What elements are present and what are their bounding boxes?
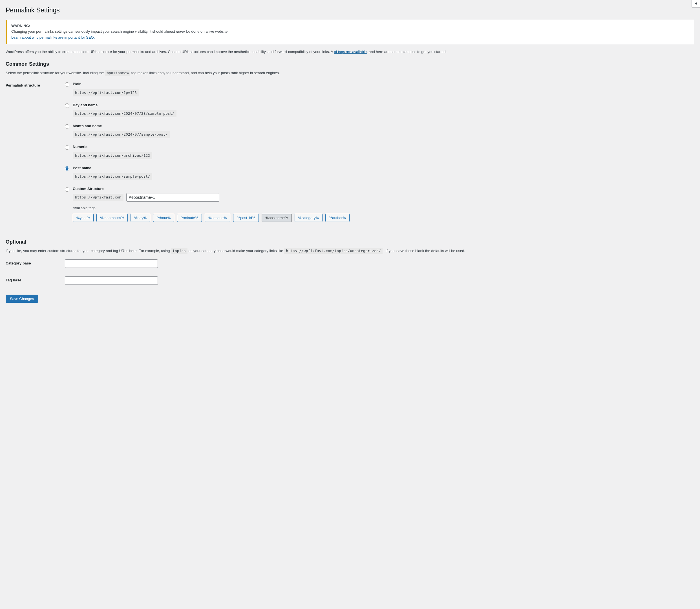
optional-desc-p3: . If you leave these blank the defaults … [383, 249, 465, 253]
intro-tags-link[interactable]: of tags are available [334, 50, 367, 54]
warning-never: never [176, 29, 185, 34]
radio-monthname-label: Month and name [73, 123, 170, 128]
tag-button-postname[interactable]: %postname% [262, 214, 292, 222]
radio-custom-label: Custom Structure [73, 186, 350, 191]
tag-button-category[interactable]: %category% [295, 214, 322, 222]
common-desc: Select the permalink structure for your … [6, 70, 694, 75]
warning-link[interactable]: Learn about why permalinks are important… [11, 35, 95, 39]
optional-desc-p1: If you like, you may enter custom struct… [6, 249, 171, 253]
radio-dayname[interactable] [65, 103, 69, 108]
tag-button-minute[interactable]: %minute% [177, 214, 202, 222]
warning-notice: WARNING: Changing your permalinks settin… [6, 20, 694, 44]
optional-code-url: https://wpfixfast.com/topics/uncategoriz… [284, 248, 383, 254]
tag-button-second[interactable]: %second% [205, 214, 230, 222]
common-settings-heading: Common Settings [6, 60, 694, 68]
example-dayname: https://wpfixfast.com/2024/07/28/sample-… [73, 110, 176, 117]
optional-desc-p2: as your category base would make your ca… [189, 249, 284, 253]
help-tab[interactable]: H [692, 0, 700, 7]
tag-button-year[interactable]: %year% [73, 214, 93, 222]
radio-numeric-label: Numeric [73, 144, 152, 150]
optional-code-topics: topics [171, 248, 188, 254]
radio-postname[interactable] [65, 166, 69, 171]
save-button[interactable]: Save Changes [6, 295, 38, 303]
option-plain: Plain https://wpfixfast.com/?p=123 [65, 82, 692, 96]
option-postname: Post name https://wpfixfast.com/sample-p… [65, 166, 692, 180]
radio-plain-label: Plain [73, 82, 139, 87]
option-dayname: Day and name https://wpfixfast.com/2024/… [65, 103, 692, 117]
optional-desc: If you like, you may enter custom struct… [6, 248, 694, 254]
example-numeric: https://wpfixfast.com/archives/123 [73, 152, 152, 159]
page-title: Permalink Settings [6, 6, 694, 15]
radio-postname-label: Post name [73, 166, 152, 171]
example-plain: https://wpfixfast.com/?p=123 [73, 89, 139, 97]
available-tags-row: %year%%monthnum%%day%%hour%%minute%%seco… [73, 214, 350, 222]
intro-after-link: , and here are some examples to get you … [367, 50, 447, 54]
common-desc-after: tag makes links easy to understand, and … [132, 71, 280, 75]
tag-base-label: Tag base [6, 272, 62, 289]
common-desc-before: Select the permalink structure for your … [6, 71, 105, 75]
category-base-label: Category base [6, 255, 62, 272]
category-base-input[interactable] [65, 259, 158, 268]
tag-button-author[interactable]: %author% [325, 214, 350, 222]
available-tags-label: Available tags: [73, 206, 350, 211]
custom-structure-input[interactable] [126, 193, 219, 202]
radio-plain[interactable] [65, 82, 69, 87]
tag-base-input[interactable] [65, 276, 158, 285]
option-custom: Custom Structure https://wpfixfast.com A… [65, 186, 692, 222]
tag-button-day[interactable]: %day% [130, 214, 150, 222]
intro-desc: WordPress offers you the ability to crea… [6, 49, 694, 54]
optional-heading: Optional [6, 239, 694, 246]
postname-code-chip: %postname% [105, 70, 130, 76]
option-monthname: Month and name https://wpfixfast.com/202… [65, 123, 692, 138]
example-postname: https://wpfixfast.com/sample-post/ [73, 173, 152, 180]
custom-base-url: https://wpfixfast.com [73, 194, 123, 201]
radio-custom[interactable] [65, 187, 69, 192]
permalink-structure-label: Permalink structure [6, 77, 62, 232]
tag-button-hour[interactable]: %hour% [153, 214, 174, 222]
radio-numeric[interactable] [65, 145, 69, 150]
warning-text-before: Changing your permalinks settings can se… [11, 29, 176, 34]
intro-before-link: WordPress offers you the ability to crea… [6, 50, 334, 54]
example-monthname: https://wpfixfast.com/2024/07/sample-pos… [73, 131, 170, 138]
warning-text-after: be done on a live website. [185, 29, 229, 34]
tag-button-monthnum[interactable]: %monthnum% [97, 214, 128, 222]
warning-label: WARNING: [11, 24, 30, 28]
option-numeric: Numeric https://wpfixfast.com/archives/1… [65, 144, 692, 159]
tag-button-post_id[interactable]: %post_id% [233, 214, 259, 222]
radio-monthname[interactable] [65, 124, 69, 129]
radio-dayname-label: Day and name [73, 103, 176, 108]
